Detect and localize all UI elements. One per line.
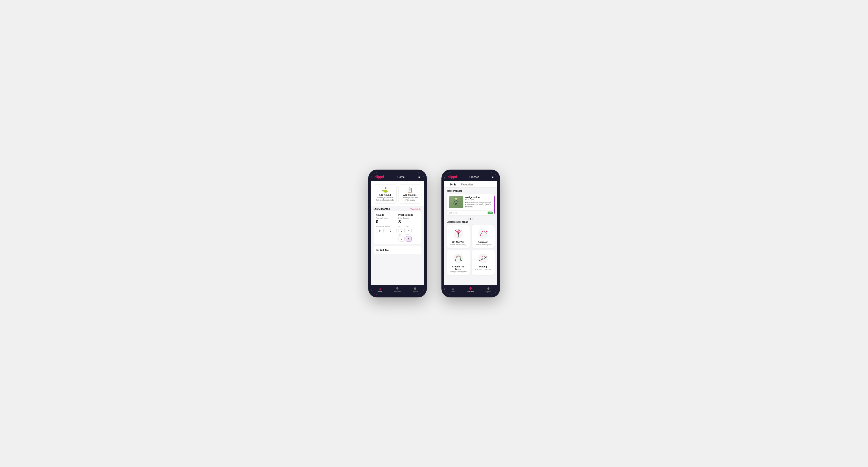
- svg-line-4: [455, 203, 456, 206]
- dot-3: [472, 218, 473, 220]
- svg-point-24: [481, 233, 482, 234]
- dot-2: [470, 218, 471, 220]
- putt-stat: PUTT 4: [406, 234, 412, 242]
- phone1-logo: clippd: [375, 175, 384, 179]
- drill-desc: Play 1 shot at each target yardage. If y…: [465, 201, 493, 208]
- phone1-cards-row: ⛳ Add Round Record your shots in fast or…: [371, 181, 424, 206]
- svg-line-7: [458, 201, 459, 202]
- view-activity-link[interactable]: View Activity: [410, 208, 421, 210]
- skill-grid: Off The Tee Power and accuracy: [447, 225, 495, 275]
- arg-label: ARG: [399, 234, 405, 236]
- approach-icon-area: [474, 228, 492, 240]
- around-the-green-icon-area: [449, 252, 467, 264]
- arg-value: 0: [399, 236, 405, 242]
- nav2-home[interactable]: ⌂ Home: [444, 286, 462, 292]
- stats-card: Rounds Rounds Capture 0 Tournament 0 Pra…: [374, 211, 422, 244]
- svg-point-42: [482, 258, 483, 259]
- drills-capture-label: Drills Capture: [399, 217, 419, 219]
- atg-svg: [453, 253, 464, 264]
- tab-favourites[interactable]: Favourites: [459, 181, 476, 187]
- add-practice-card[interactable]: 📋 Add Practice Capture your practice off…: [399, 184, 422, 204]
- nav2-capture[interactable]: ⊕ Capture: [479, 286, 497, 292]
- phone1-title: Home: [398, 176, 405, 178]
- svg-point-16: [458, 229, 459, 230]
- practice-stat: Practice 0: [384, 226, 396, 233]
- svg-point-40: [479, 260, 480, 261]
- svg-point-17: [459, 229, 460, 230]
- home-icon: ⌂: [379, 286, 381, 290]
- app-label: APP: [406, 226, 412, 227]
- add-round-title: Add Round: [376, 194, 394, 196]
- app-stat: APP 4: [406, 226, 412, 233]
- nav2-activities[interactable]: ⚙ Activities: [462, 286, 479, 292]
- putting-desc: Make and lag practice: [474, 269, 492, 270]
- golfer-svg: [453, 197, 460, 207]
- nav-capture[interactable]: ⊕ Capture: [406, 286, 424, 292]
- drill-title-row: Wedge Ladder ☆: [465, 196, 493, 199]
- ott-label: OTT: [399, 226, 405, 227]
- golf-bag-row[interactable]: My Golf Bag ›: [374, 246, 422, 254]
- capture-icon: ⊕: [414, 286, 416, 290]
- svg-point-45: [486, 257, 486, 258]
- approach-svg: [478, 228, 489, 239]
- skill-approach[interactable]: Approach Dial-in to hit the green: [472, 225, 495, 248]
- svg-point-15: [456, 229, 457, 230]
- dots-row: [447, 217, 495, 221]
- tabs-row: Drills Favourites: [444, 181, 497, 188]
- phone1-header: clippd Home ≡: [371, 173, 424, 181]
- home2-icon: ⌂: [452, 286, 454, 290]
- svg-line-6: [456, 200, 458, 201]
- skill-around-the-green[interactable]: Around The Green Hone your short game: [447, 250, 470, 275]
- add-round-desc: Record your shots in fast or enhanced mo…: [376, 197, 394, 201]
- drills-capture-value: 8: [399, 219, 419, 224]
- atg-name: Around The Green: [449, 266, 467, 270]
- phone2-menu-icon[interactable]: ≡: [492, 175, 493, 179]
- svg-line-3: [454, 202, 454, 204]
- svg-point-38: [461, 260, 461, 260]
- svg-point-33: [456, 256, 457, 257]
- putt-label: PUTT: [406, 234, 412, 236]
- practice-label: Practice: [384, 226, 396, 227]
- drill-image-inner: [449, 196, 463, 208]
- drill-badge: APP: [488, 212, 492, 214]
- practice-value: 0: [384, 228, 396, 233]
- star-icon[interactable]: ☆: [491, 196, 493, 199]
- capture-label: Capture: [412, 291, 418, 292]
- skill-off-the-tee[interactable]: Off The Tee Power and accuracy: [447, 225, 470, 248]
- svg-point-27: [485, 232, 486, 233]
- dot-1: [468, 218, 469, 220]
- putt-value: 4: [406, 236, 412, 242]
- rounds-capture-value: 0: [376, 219, 397, 224]
- arg-stat: ARG 0: [399, 234, 405, 242]
- add-practice-title: Add Practice: [401, 194, 419, 196]
- svg-point-14: [455, 230, 456, 231]
- nav-home[interactable]: ⌂ Home: [371, 286, 389, 292]
- home-label: Home: [377, 291, 382, 292]
- nav-activities[interactable]: ⚙ Activities: [389, 286, 406, 292]
- activities2-icon: ⚙: [469, 286, 472, 290]
- skill-putting[interactable]: Putting Make and lag practice: [472, 250, 495, 275]
- add-round-card[interactable]: ⛳ Add Round Record your shots in fast or…: [374, 184, 397, 204]
- svg-point-39: [478, 253, 488, 263]
- putting-name: Putting: [474, 266, 492, 268]
- svg-point-35: [460, 256, 461, 257]
- tab-drills[interactable]: Drills: [448, 181, 459, 187]
- svg-line-2: [454, 200, 456, 202]
- ott-stat: OTT 0: [399, 226, 405, 233]
- phone-1-screen: clippd Home ≡ ⛳ Add Round Record your sh…: [371, 173, 424, 294]
- rounds-title: Rounds: [376, 214, 397, 216]
- phone2-title: Practice: [469, 176, 479, 178]
- drill-title: Wedge Ladder: [465, 196, 480, 198]
- explore-title: Explore skill areas: [447, 221, 495, 223]
- add-practice-icon: 📋: [401, 187, 419, 193]
- phone1-content: ⛳ Add Round Record your shots in fast or…: [371, 181, 424, 285]
- svg-point-22: [478, 229, 488, 239]
- phone1-menu-icon[interactable]: ≡: [418, 175, 420, 179]
- drill-card[interactable]: Wedge Ladder ☆ 50–100 yds Play 1 shot at…: [447, 194, 495, 215]
- phone1-bottom-nav: ⌂ Home ⚙ Activities ⊕ Capture: [371, 285, 424, 294]
- approach-name: Approach: [474, 241, 492, 243]
- off-the-tee-name: Off The Tee: [449, 241, 467, 243]
- capture2-label: Capture: [485, 291, 491, 292]
- shots-circle-icon: [449, 212, 451, 214]
- activities-icon: ⚙: [396, 286, 399, 290]
